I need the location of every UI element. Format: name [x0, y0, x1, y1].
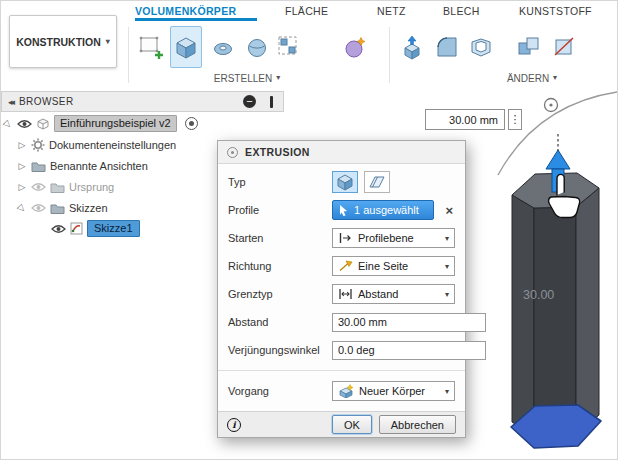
shell-icon — [468, 34, 494, 60]
sketch-icon — [70, 222, 83, 235]
rotate-arc-manipulator[interactable] — [498, 92, 617, 175]
fillet-button[interactable] — [431, 29, 463, 65]
ok-button[interactable]: OK — [332, 415, 372, 434]
create-sketch-icon — [138, 34, 164, 60]
extrusion-dialog: EXTRUSION Typ — [217, 140, 466, 438]
kebab-menu-icon[interactable]: ⋮ — [508, 109, 522, 130]
profile-count-label: 1 ausgewählt — [354, 204, 419, 216]
typ-extrude-option[interactable] — [332, 171, 358, 193]
cancel-button[interactable]: Abbrechen — [379, 415, 456, 434]
richtung-row: Richtung Eine Seite ▾ — [218, 252, 465, 280]
eye-hidden-icon[interactable] — [31, 182, 46, 192]
root-component-label[interactable]: Einführungsbeispiel v2 — [54, 115, 177, 132]
grenztyp-row: Grenztyp Abstand ▾ — [218, 280, 465, 308]
prism-face-left[interactable] — [512, 195, 534, 437]
tree-item-label: Benannte Ansichten — [50, 160, 148, 172]
create-sketch-button[interactable] — [135, 29, 167, 65]
dialog-header[interactable]: EXTRUSION — [218, 141, 465, 164]
tab-kunststoff[interactable]: KUNSTSTOFF — [519, 5, 592, 17]
press-pull-button[interactable] — [397, 29, 429, 65]
model-hex-prism[interactable] — [511, 173, 601, 448]
collapse-browser-icon[interactable]: ◂◂ — [8, 97, 13, 107]
aendern-group-dropdown[interactable]: ÄNDERN ▾ — [487, 73, 577, 84]
combine-button[interactable] — [513, 29, 545, 65]
arc-handle[interactable] — [545, 99, 558, 112]
split-body-button[interactable] — [549, 29, 581, 65]
tree-item-label: Skizzen — [69, 202, 108, 214]
extrude-solid-icon — [336, 173, 354, 191]
eye-visible-icon[interactable] — [51, 224, 66, 234]
active-tab-underline — [135, 18, 257, 21]
chevron-down-icon: ▾ — [106, 37, 110, 46]
grenztyp-dropdown[interactable]: Abstand ▾ — [332, 284, 455, 304]
expander-collapsed-icon[interactable]: ▷ — [17, 140, 27, 150]
erstellen-label: ERSTELLEN — [214, 73, 272, 84]
sweep-button[interactable] — [241, 29, 273, 65]
extrude-thin-icon — [368, 174, 386, 190]
typ-thin-extrude-option[interactable] — [364, 171, 390, 193]
info-icon[interactable]: i — [227, 418, 241, 432]
starten-dropdown[interactable]: Profilebene ▾ — [332, 228, 455, 248]
extrude-dimension-text: 30.00 — [523, 288, 554, 302]
prism-top-face[interactable] — [512, 173, 599, 208]
chevron-down-icon: ▾ — [445, 262, 449, 271]
clear-selection-icon[interactable]: × — [445, 203, 453, 218]
eye-hidden-icon[interactable] — [31, 203, 46, 213]
component-icon — [36, 117, 50, 130]
hide-panel-icon[interactable]: − — [243, 95, 256, 108]
hand-cursor — [549, 174, 580, 217]
extrude-arrow-manipulator[interactable] — [546, 150, 570, 192]
folder-icon — [50, 202, 65, 214]
fillet-icon — [434, 34, 460, 60]
activate-component-radio[interactable] — [185, 117, 198, 130]
expander-open-icon[interactable]: ▷ — [1, 116, 15, 130]
konstruktion-label: KONSTRUKTION — [16, 36, 101, 48]
tab-volumenkoerper[interactable]: VOLUMENKÖRPER — [135, 5, 236, 17]
form-icon — [342, 34, 368, 60]
dialog-separator — [218, 370, 465, 371]
selected-sketch-label[interactable]: Skizze1 — [87, 220, 140, 237]
tree-item-label: Dokumenteneinstellungen — [49, 139, 176, 151]
grenztyp-label: Grenztyp — [228, 288, 332, 300]
expander-open-icon[interactable]: ▷ — [15, 200, 29, 214]
extrude-button[interactable] — [170, 26, 202, 68]
prism-face-right[interactable] — [576, 188, 599, 435]
expander-collapsed-icon[interactable]: ▷ — [17, 161, 27, 171]
tab-netz[interactable]: NETZ — [377, 5, 406, 17]
typ-label: Typ — [228, 176, 332, 188]
eye-visible-icon[interactable] — [17, 119, 32, 129]
tree-item-root[interactable]: ▷ Einführungsbeispiel v2 — [1, 113, 284, 134]
richtung-dropdown[interactable]: Eine Seite ▾ — [332, 256, 455, 276]
tab-blech[interactable]: BLECH — [443, 5, 480, 17]
pointer-icon — [339, 204, 349, 216]
distance-input[interactable] — [425, 109, 505, 130]
verjuengungswinkel-input[interactable] — [332, 341, 486, 360]
distance-input-group: ⋮ — [425, 109, 522, 130]
dialog-title: EXTRUSION — [245, 146, 310, 158]
ribbon-separator — [389, 27, 390, 83]
erstellen-group-dropdown[interactable]: ERSTELLEN ▾ — [197, 73, 297, 84]
pattern-button[interactable] — [273, 29, 305, 65]
chevron-down-icon: ▾ — [276, 73, 280, 84]
abstand-input[interactable] — [332, 313, 486, 332]
press-pull-icon — [400, 34, 426, 60]
konstruktion-dropdown-button[interactable]: KONSTRUKTION ▾ — [9, 15, 117, 68]
chevron-down-icon: ▾ — [553, 73, 557, 84]
tab-flaeche[interactable]: FLÄCHE — [285, 5, 328, 17]
shell-button[interactable] — [465, 29, 497, 65]
starten-value: Profilebene — [358, 232, 414, 244]
panel-handle-icon[interactable] — [270, 96, 273, 108]
extrude-icon — [173, 33, 199, 61]
profile-hexagon-selected[interactable] — [511, 405, 601, 448]
pattern-icon — [276, 34, 302, 60]
revolve-button[interactable] — [207, 29, 239, 65]
abstand-label: Abstand — [228, 316, 332, 328]
profile-selection-button[interactable]: 1 ausgewählt — [332, 200, 434, 220]
verjuengungswinkel-label: Verjüngungswinkel — [228, 344, 332, 356]
ribbon-separator — [128, 27, 129, 83]
vorgang-dropdown[interactable]: Neuer Körper ▾ — [332, 381, 455, 401]
revolve-icon — [210, 34, 236, 60]
expander-collapsed-icon[interactable]: ▷ — [17, 182, 27, 192]
prism-face-front[interactable] — [534, 207, 576, 437]
form-button[interactable] — [339, 29, 371, 65]
